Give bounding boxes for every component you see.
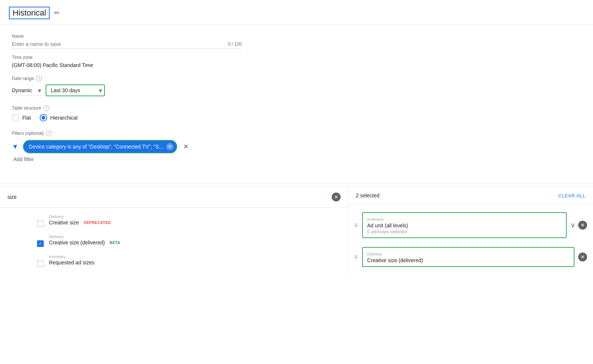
right-col: 2 selected CLEAR ALL ≡ Inventory Ad unit… <box>348 187 593 274</box>
radio-hierarchical-label: Hierarchical <box>50 115 77 121</box>
clear-all-button[interactable]: CLEAR ALL <box>558 193 586 198</box>
page-title: Historical <box>9 7 50 19</box>
tablestructure-section: Table structure ? Flat Hierarchical <box>12 105 581 121</box>
last30-wrapper: Last 30 days Last 7 days Last 90 days Ye… <box>43 84 105 96</box>
section-divider <box>0 183 593 183</box>
radio-flat-outer <box>12 114 19 121</box>
filter-row: ▼ Device category is any of "Desktop", "… <box>12 140 581 153</box>
item-name-row-2: Requested ad sizes <box>49 260 95 266</box>
drag-handle-icon[interactable]: ≡ <box>354 221 358 229</box>
timezone-section: Time zone (GMT-08:00) Pacific Standard T… <box>12 55 581 68</box>
radio-hierarchical-inner <box>42 116 45 120</box>
left-col-title: size <box>7 194 17 200</box>
daterange-period-select[interactable]: Last 30 days Last 7 days Last 90 days Ye… <box>46 84 105 96</box>
selected-item-name-0: Ad unit (all levels) <box>367 223 561 228</box>
name-input[interactable] <box>12 41 228 47</box>
left-col-clear-icon[interactable]: ✕ <box>332 193 341 201</box>
checkbox-creative-size[interactable] <box>37 220 44 227</box>
item-name-2: Requested ad sizes <box>49 260 95 266</box>
page-container: Historical ✏ Name 0 / 120 Time zone (GMT… <box>0 0 593 364</box>
form-section: Name 0 / 120 Time zone (GMT-08:00) Pacif… <box>0 25 593 180</box>
selected-item-category-0: Inventory <box>367 217 384 221</box>
item-badge-0: DEPRECATED <box>82 220 113 225</box>
item-content-creative-size: Delivery Creative size DEPRECATED <box>49 214 113 226</box>
items-list: Delivery Creative size DEPRECATED ✓ Deli… <box>0 208 348 274</box>
left-col: size ✕ Delivery Creative size DEPRECATED <box>0 187 348 274</box>
remove-creative-size-button[interactable]: ✕ <box>578 253 587 261</box>
bottom-panel: size ✕ Delivery Creative size DEPRECATED <box>0 186 593 274</box>
remove-ad-unit-button[interactable]: ✕ <box>578 221 587 230</box>
selected-count: 2 selected <box>356 193 380 198</box>
filter-chip-text: Device category is any of "Desktop", "Co… <box>29 144 163 150</box>
header: Historical ✏ <box>0 0 593 25</box>
chip-clear-icon[interactable]: ✕ <box>166 143 173 150</box>
daterange-label: Date range ? <box>12 76 581 81</box>
list-item: Inventory Requested ad sizes <box>0 251 348 271</box>
selected-item-content-ad-unit: Inventory Ad unit (all levels) 0 attribu… <box>362 212 567 238</box>
item-badge-1: BETA <box>108 240 122 245</box>
selected-item-content-creative-size: Delivery Creative size (delivered) <box>362 247 574 267</box>
selected-item-creative-size-delivered: ≡ Delivery Creative size (delivered) ✕ <box>354 243 587 271</box>
checkbox-requested-ad-sizes[interactable] <box>37 260 44 267</box>
tablestructure-label: Table structure ? <box>12 105 581 111</box>
item-category-2: Inventory <box>49 254 95 259</box>
daterange-section: Date range ? Dynamic Fixed ▾ Last 30 day… <box>12 76 581 96</box>
selected-item-category-1: Delivery <box>367 252 382 256</box>
item-name-row-0: Creative size DEPRECATED <box>49 220 113 226</box>
item-category-0: Delivery <box>49 214 113 219</box>
timezone-label: Time zone <box>12 55 581 60</box>
selected-item-sub-0: 0 attributes selected <box>367 229 561 234</box>
radio-group: Flat Hierarchical <box>12 114 581 121</box>
checkmark-icon: ✓ <box>39 241 42 246</box>
filter-funnel-icon: ▼ <box>12 143 19 151</box>
item-name-row-1: Creative size (delivered) BETA <box>49 240 122 246</box>
add-filter-button[interactable]: Add filter <box>12 156 581 162</box>
timezone-value: (GMT-08:00) Pacific Standard Time <box>12 62 581 68</box>
right-col-header: 2 selected CLEAR ALL <box>348 187 593 205</box>
filter-remove-icon[interactable]: ✕ <box>183 143 189 151</box>
daterange-type-select[interactable]: Dynamic Fixed <box>12 85 43 96</box>
name-field-row: 0 / 120 <box>12 41 242 49</box>
list-item: Delivery Creative size DEPRECATED <box>0 211 348 231</box>
item-name-1: Creative size (delivered) <box>49 240 105 246</box>
chevron-down-icon[interactable]: ∨ <box>570 221 575 229</box>
filters-help-icon[interactable]: ? <box>46 130 52 136</box>
daterange-help-icon[interactable]: ? <box>36 76 42 81</box>
name-label: Name <box>12 34 581 39</box>
checkbox-creative-size-delivered[interactable]: ✓ <box>37 240 44 247</box>
filters-label: Filters (optional) ? <box>12 130 581 136</box>
list-item: ✓ Delivery Creative size (delivered) BET… <box>0 231 348 251</box>
radio-hierarchical[interactable]: Hierarchical <box>40 114 77 121</box>
selected-items-list: ≡ Inventory Ad unit (all levels) 0 attri… <box>348 205 593 274</box>
radio-flat[interactable]: Flat <box>12 114 31 121</box>
edit-icon[interactable]: ✏ <box>54 9 60 17</box>
item-content-creative-size-delivered: Delivery Creative size (delivered) BETA <box>49 234 122 246</box>
item-content-requested-ad-sizes: Inventory Requested ad sizes <box>49 254 95 266</box>
char-count: 0 / 120 <box>228 41 242 47</box>
daterange-type-wrapper: Dynamic Fixed ▾ <box>12 85 43 96</box>
radio-flat-label: Flat <box>22 115 31 121</box>
drag-handle-icon[interactable]: ≡ <box>354 253 358 261</box>
selected-item-ad-unit: ≡ Inventory Ad unit (all levels) 0 attri… <box>354 208 587 243</box>
tablestructure-help-icon[interactable]: ? <box>43 105 49 111</box>
filter-chip[interactable]: Device category is any of "Desktop", "Co… <box>23 140 177 153</box>
item-actions-1: ✕ <box>578 253 587 261</box>
tablestructure-label-text: Table structure <box>12 106 41 111</box>
filters-section: Filters (optional) ? ▼ Device category i… <box>12 130 581 162</box>
filters-label-text: Filters (optional) <box>12 131 44 136</box>
item-category-1: Delivery <box>49 234 122 239</box>
item-actions-0: ∨ ✕ <box>570 221 587 230</box>
selected-item-name-1: Creative size (delivered) <box>367 257 569 263</box>
radio-hierarchical-outer <box>40 114 47 121</box>
left-col-header: size ✕ <box>0 187 348 208</box>
daterange-label-text: Date range <box>12 76 34 81</box>
daterange-controls: Dynamic Fixed ▾ Last 30 days Last 7 days… <box>12 84 581 96</box>
item-name-0: Creative size <box>49 220 79 226</box>
